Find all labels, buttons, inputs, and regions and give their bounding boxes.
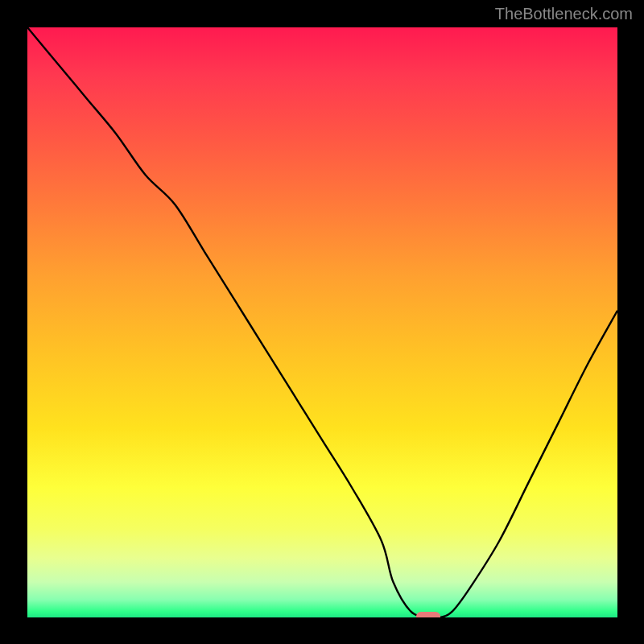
chart-plot-area (27, 27, 617, 617)
attribution-text: TheBottleneck.com (495, 5, 633, 23)
chart-background-gradient (27, 27, 617, 617)
optimal-point-marker (416, 612, 440, 617)
